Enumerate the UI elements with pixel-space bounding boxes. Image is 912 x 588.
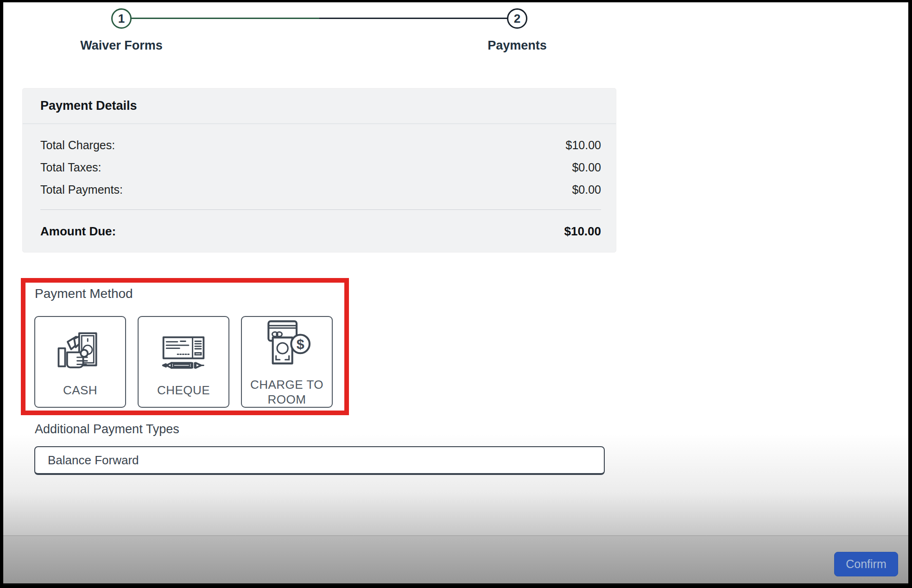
stepper-line-complete [131,18,319,19]
payment-option-cheque[interactable]: CHEQUE [138,316,229,408]
total-charges-value: $10.00 [566,139,601,152]
cheque-icon [154,326,213,376]
amount-due-row: Amount Due: $10.00 [40,223,601,240]
step-2-label: Payments [488,38,547,53]
total-taxes-row: Total Taxes: $0.00 [40,159,601,175]
charge-to-room-icon: $ [258,317,316,371]
total-payments-label: Total Payments: [40,183,123,196]
payment-details-header: Payment Details [23,89,616,124]
amount-due-divider [40,209,601,210]
charge-to-room-label: CHARGE TO ROOM [246,377,328,407]
svg-text:$: $ [297,336,304,351]
total-taxes-value: $0.00 [572,161,601,174]
step-1-circle[interactable]: 1 [111,8,132,29]
total-taxes-label: Total Taxes: [40,161,101,174]
payment-method-options: CASH [34,316,333,408]
amount-due-label: Amount Due: [40,224,116,239]
additional-payment-type-selected: Balance Forward [48,453,139,468]
cash-label: CASH [63,383,97,398]
total-payments-row: Total Payments: $0.00 [40,182,601,197]
additional-payment-type-select[interactable]: Balance Forward [34,446,605,475]
video-frame: 1 2 Waiver Forms Payments Payment Detail… [0,0,912,588]
total-charges-label: Total Charges: [40,139,115,152]
step-2-number: 2 [514,12,520,26]
cheque-label: CHEQUE [157,383,210,398]
confirm-button[interactable]: Confirm [834,552,898,576]
payments-page: 1 2 Waiver Forms Payments Payment Detail… [3,2,908,585]
payment-option-charge-to-room[interactable]: $ CHARGE TO ROOM [241,316,333,408]
additional-payment-types-title: Additional Payment Types [35,422,179,436]
payment-option-cash[interactable]: CASH [34,316,126,408]
total-payments-value: $0.00 [572,183,601,196]
step-1-number: 1 [118,12,125,26]
total-charges-row: Total Charges: $10.00 [40,137,601,153]
payment-method-highlight-box: Payment Method [21,278,349,415]
payment-details-title: Payment Details [40,99,137,113]
progress-stepper: 1 2 Waiver Forms Payments [3,2,908,63]
cash-icon [52,326,108,376]
payment-method-title: Payment Method [35,286,133,301]
amount-due-value: $10.00 [564,224,601,239]
stepper-line-upcoming [319,18,507,19]
step-1-label: Waiver Forms [80,38,163,53]
step-2-circle[interactable]: 2 [507,8,527,29]
footer-action-bar: Confirm [3,535,908,585]
payment-details-panel: Payment Details Total Charges: $10.00 To… [22,88,616,253]
